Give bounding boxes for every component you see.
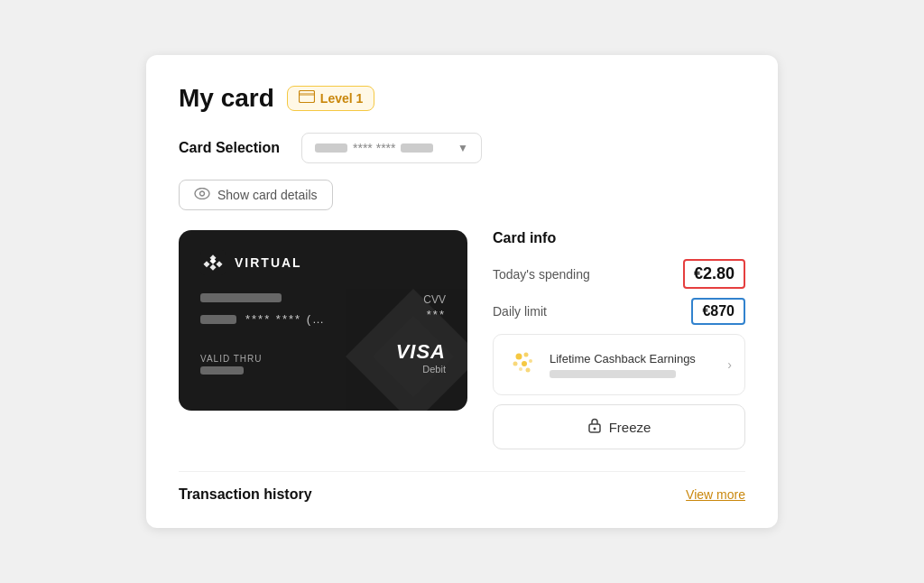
svg-rect-1 (299, 93, 315, 96)
main-content: VIRTUAL **** **** (… CVV *** (179, 230, 745, 449)
svg-point-2 (195, 189, 209, 199)
card-selection-label: Card Selection (179, 140, 287, 156)
svg-point-16 (526, 368, 531, 373)
card-info-title: Card info (493, 230, 745, 246)
daily-limit-value: €870 (691, 298, 745, 325)
cashback-text: Lifetime Cashback Earnings (550, 352, 716, 378)
show-card-details-button[interactable]: Show card details (179, 180, 333, 210)
level-badge: Level 1 (287, 86, 374, 111)
view-more-link[interactable]: View more (686, 487, 745, 502)
blurred-prefix (315, 143, 347, 153)
cashback-icon (506, 346, 539, 384)
svg-point-14 (529, 359, 532, 363)
binance-logo-icon (200, 250, 226, 275)
svg-point-3 (200, 191, 205, 196)
virtual-card-label: VIRTUAL (235, 255, 302, 270)
level-badge-text: Level 1 (320, 91, 363, 106)
freeze-label: Freeze (609, 420, 651, 435)
svg-point-11 (524, 353, 529, 357)
cashback-value-blur (550, 370, 676, 378)
today-spending-label: Today's spending (493, 267, 590, 282)
chevron-right-icon: › (727, 357, 732, 372)
valid-date-blur (200, 366, 244, 375)
valid-thru-label: VALID THRU (200, 354, 263, 364)
freeze-button[interactable]: Freeze (493, 404, 745, 449)
cashback-title: Lifetime Cashback Earnings (550, 352, 716, 366)
card-icon (299, 90, 315, 106)
virtual-card-top: VIRTUAL (200, 250, 446, 275)
blurred-suffix (401, 143, 433, 153)
transaction-history-title: Transaction history (179, 486, 312, 503)
chevron-down-icon: ▼ (457, 142, 468, 154)
today-spending-value: €2.80 (683, 259, 745, 289)
card-info-panel: Card info Today's spending €2.80 Daily l… (493, 230, 745, 449)
daily-limit-label: Daily limit (493, 304, 547, 319)
card-num-blur-1 (200, 293, 282, 302)
svg-point-13 (522, 361, 527, 366)
lock-icon (587, 417, 602, 437)
card-number-masked: **** **** (315, 141, 433, 155)
page-header: My card Level 1 (179, 84, 745, 113)
transaction-footer: Transaction history View more (179, 471, 745, 503)
show-details-label: Show card details (217, 188, 318, 202)
masked-stars: **** **** (353, 141, 395, 155)
card-num-row-2: **** **** (… (200, 312, 326, 326)
svg-point-10 (516, 354, 522, 360)
daily-limit-row: Daily limit €870 (493, 298, 745, 325)
card-num-row-1 (200, 293, 326, 302)
main-container: My card Level 1 Card Selection **** ****… (146, 55, 778, 528)
card-selection-row: Card Selection **** **** ▼ (179, 133, 745, 163)
card-stars: **** **** (… (245, 312, 326, 326)
today-spending-row: Today's spending €2.80 (493, 259, 745, 289)
svg-point-15 (519, 367, 522, 371)
card-select-dropdown[interactable]: **** **** ▼ (301, 133, 482, 163)
page-title: My card (179, 84, 274, 113)
card-num-blur-2 (200, 315, 236, 324)
svg-rect-0 (299, 91, 314, 103)
valid-thru-section: VALID THRU (200, 354, 263, 375)
svg-point-18 (593, 428, 596, 430)
card-number-section: **** **** (… (200, 293, 326, 331)
svg-point-12 (513, 362, 518, 366)
eye-icon (194, 188, 210, 202)
cashback-row[interactable]: Lifetime Cashback Earnings › (493, 334, 745, 395)
virtual-card: VIRTUAL **** **** (… CVV *** (179, 230, 467, 411)
